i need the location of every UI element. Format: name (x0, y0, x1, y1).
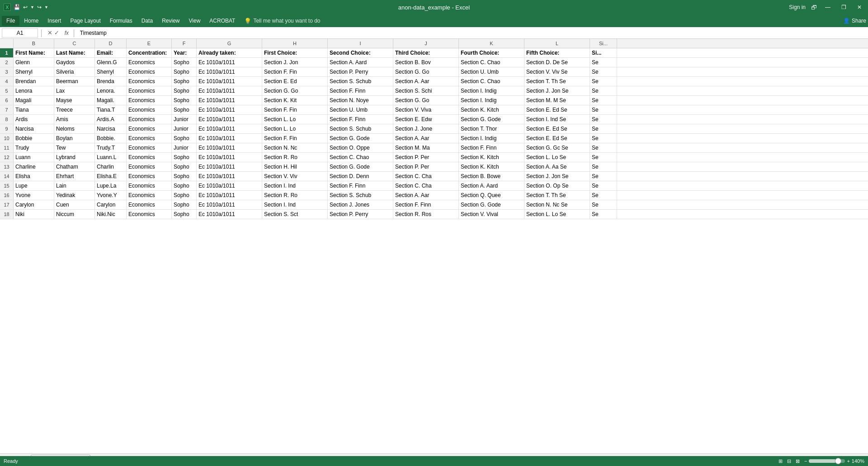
cell-d15[interactable]: Lupe.La (95, 181, 127, 190)
cell-h7[interactable]: Section F. Fin (262, 105, 328, 114)
cell-l9[interactable]: Section E. Ed Se (524, 124, 590, 133)
cell-h3[interactable]: Section F. Fin (262, 67, 328, 76)
cell-d8[interactable]: Ardis.A (95, 115, 127, 124)
col-header-b[interactable]: B (14, 39, 54, 48)
cell-g3[interactable]: Ec 1010a/1011 (197, 67, 262, 76)
cell-k5[interactable]: Section I. Indig (459, 86, 524, 95)
cell-i14[interactable]: Section D. Denn (328, 172, 393, 181)
cell-l12[interactable]: Section L. Lo Se (524, 153, 590, 162)
cell-c15[interactable]: Lain (54, 181, 95, 190)
cell-f17[interactable]: Sopho (172, 200, 197, 209)
col-header-g[interactable]: G (197, 39, 262, 48)
cell-g9[interactable]: Ec 1010a/1011 (197, 124, 262, 133)
cell-k12[interactable]: Section K. Kitch (459, 153, 524, 162)
zoom-out-button[interactable]: − (804, 458, 807, 464)
cell-k1[interactable]: Fourth Choice: (459, 48, 524, 57)
cell-j4[interactable]: Section A. Aar (393, 77, 459, 86)
cell-h12[interactable]: Section R. Ro (262, 153, 328, 162)
cell-e8[interactable]: Economics (127, 115, 172, 124)
cell-l17[interactable]: Section N. Nc Se (524, 200, 590, 209)
cell-k13[interactable]: Section K. Kitch (459, 162, 524, 171)
cell-c10[interactable]: Boylan (54, 134, 95, 143)
zoom-slider[interactable] (809, 459, 845, 463)
cell-c1[interactable]: Last Name: (54, 48, 95, 57)
cell-d10[interactable]: Bobbie. (95, 134, 127, 143)
zoom-in-button[interactable]: + (847, 458, 849, 464)
cell-j3[interactable]: Section G. Go (393, 67, 459, 76)
undo-dropdown[interactable]: ▼ (30, 5, 34, 9)
col-header-l[interactable]: L (524, 39, 590, 48)
cell-g11[interactable]: Ec 1010a/1011 (197, 143, 262, 152)
cell-e5[interactable]: Economics (127, 86, 172, 95)
cell-j8[interactable]: Section E. Edw (393, 115, 459, 124)
restore-down-button[interactable]: 🗗 (811, 4, 817, 11)
cell-f11[interactable]: Junior (172, 143, 197, 152)
cell-e9[interactable]: Economics (127, 124, 172, 133)
cell-d4[interactable]: Brenda (95, 77, 127, 86)
quick-access-redo[interactable]: ↪ (37, 4, 42, 10)
cell-g6[interactable]: Ec 1010a/1011 (197, 96, 262, 105)
cell-i1[interactable]: Second Choice: (328, 48, 393, 57)
row-num-15[interactable]: 15 (0, 181, 14, 190)
cell-b3[interactable]: Sherryl (14, 67, 54, 76)
cell-c6[interactable]: Mayse (54, 96, 95, 105)
cell-i10[interactable]: Section G. Gode (328, 134, 393, 143)
customize-qat[interactable]: ▼ (44, 5, 48, 9)
page-layout-icon[interactable]: ⊟ (787, 458, 791, 464)
col-header-j[interactable]: J (393, 39, 459, 48)
cell-i8[interactable]: Section F. Finn (328, 115, 393, 124)
row-num-1[interactable]: 1 (0, 48, 14, 57)
cell-b17[interactable]: Carylon (14, 200, 54, 209)
cell-e18[interactable]: Economics (127, 210, 172, 219)
cell-i6[interactable]: Section N. Noye (328, 96, 393, 105)
cell-i9[interactable]: Section S. Schub (328, 124, 393, 133)
cell-m13[interactable]: Se (590, 162, 617, 171)
cell-m3[interactable]: Se (590, 67, 617, 76)
cell-d12[interactable]: Luann.L (95, 153, 127, 162)
cell-c16[interactable]: Yedinak (54, 191, 95, 200)
cell-e6[interactable]: Economics (127, 96, 172, 105)
cell-f14[interactable]: Sopho (172, 172, 197, 181)
cell-b2[interactable]: Glenn (14, 58, 54, 67)
cell-m16[interactable]: Se (590, 191, 617, 200)
cell-b12[interactable]: Luann (14, 153, 54, 162)
tell-me-box[interactable]: 💡 Tell me what you want to do (244, 18, 320, 24)
cell-f6[interactable]: Sopho (172, 96, 197, 105)
cell-e11[interactable]: Economics (127, 143, 172, 152)
cell-f16[interactable]: Sopho (172, 191, 197, 200)
cell-b14[interactable]: Elisha (14, 172, 54, 181)
cell-d7[interactable]: Tiana.T (95, 105, 127, 114)
cell-b1[interactable]: First Name: (14, 48, 54, 57)
cell-g5[interactable]: Ec 1010a/1011 (197, 86, 262, 95)
cell-l4[interactable]: Section T. Th Se (524, 77, 590, 86)
cell-c14[interactable]: Ehrhart (54, 172, 95, 181)
cell-f8[interactable]: Junior (172, 115, 197, 124)
cell-k8[interactable]: Section G. Gode (459, 115, 524, 124)
cell-e15[interactable]: Economics (127, 181, 172, 190)
cell-g7[interactable]: Ec 1010a/1011 (197, 105, 262, 114)
zoom-handle[interactable] (835, 458, 841, 464)
menu-formulas[interactable]: Formulas (105, 16, 137, 26)
row-num-17[interactable]: 17 (0, 200, 14, 209)
cell-c2[interactable]: Gaydos (54, 58, 95, 67)
cell-b18[interactable]: Niki (14, 210, 54, 219)
menu-review[interactable]: Review (157, 16, 184, 26)
share-label[interactable]: Share (852, 18, 866, 24)
cell-h13[interactable]: Section H. Hil (262, 162, 328, 171)
cell-e2[interactable]: Economics (127, 58, 172, 67)
cell-j18[interactable]: Section R. Ros (393, 210, 459, 219)
col-header-i[interactable]: I (328, 39, 393, 48)
cell-i11[interactable]: Section O. Oppe (328, 143, 393, 152)
cell-d6[interactable]: Magali. (95, 96, 127, 105)
cell-k18[interactable]: Section V. Vival (459, 210, 524, 219)
cell-i3[interactable]: Section P. Perry (328, 67, 393, 76)
cell-g18[interactable]: Ec 1010a/1011 (197, 210, 262, 219)
cell-f2[interactable]: Sopho (172, 58, 197, 67)
col-header-h[interactable]: H (262, 39, 328, 48)
cell-j1[interactable]: Third Choice: (393, 48, 459, 57)
cell-f12[interactable]: Sopho (172, 153, 197, 162)
cell-k15[interactable]: Section A. Aard (459, 181, 524, 190)
row-num-2[interactable]: 2 (0, 58, 14, 67)
cell-c13[interactable]: Chatham (54, 162, 95, 171)
row-num-14[interactable]: 14 (0, 172, 14, 181)
